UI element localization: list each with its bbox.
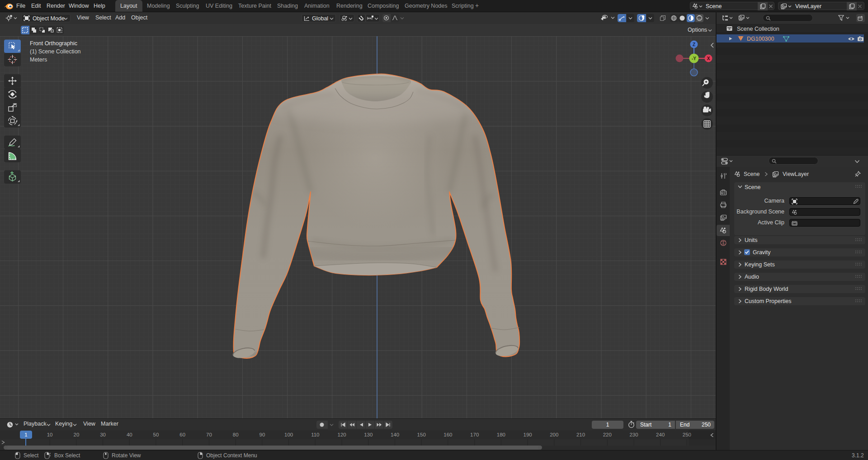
svg-text:240: 240 (656, 432, 665, 437)
svg-text:150: 150 (417, 432, 426, 437)
svg-text:220: 220 (603, 432, 612, 437)
svg-text:40: 40 (127, 432, 132, 437)
svg-text:Z: Z (693, 42, 695, 47)
svg-text:210: 210 (576, 432, 585, 437)
svg-text:200: 200 (550, 432, 558, 437)
svg-text:80: 80 (233, 432, 239, 437)
svg-text:30: 30 (100, 432, 106, 437)
svg-text:100: 100 (284, 432, 293, 437)
svg-text:160: 160 (443, 432, 452, 437)
svg-text:110: 110 (311, 432, 319, 437)
svg-text:140: 140 (391, 432, 399, 437)
svg-text:180: 180 (497, 432, 505, 437)
svg-text:20: 20 (74, 432, 80, 437)
svg-text:(1) Scene Collection: (1) Scene Collection (30, 48, 81, 55)
svg-text:10: 10 (47, 432, 53, 437)
svg-text:70: 70 (206, 432, 212, 437)
svg-text:90: 90 (259, 432, 265, 437)
svg-text:190: 190 (524, 432, 532, 437)
svg-text:-Y: -Y (692, 56, 696, 61)
svg-text:120: 120 (338, 432, 346, 437)
svg-text:170: 170 (470, 432, 479, 437)
svg-text:60: 60 (179, 432, 185, 437)
svg-text:50: 50 (153, 432, 159, 437)
svg-text:X: X (707, 56, 710, 61)
svg-text:Front Orthographic: Front Orthographic (30, 40, 77, 47)
svg-text:Meters: Meters (30, 57, 47, 63)
svg-text:230: 230 (629, 432, 638, 437)
svg-text:130: 130 (364, 432, 373, 437)
